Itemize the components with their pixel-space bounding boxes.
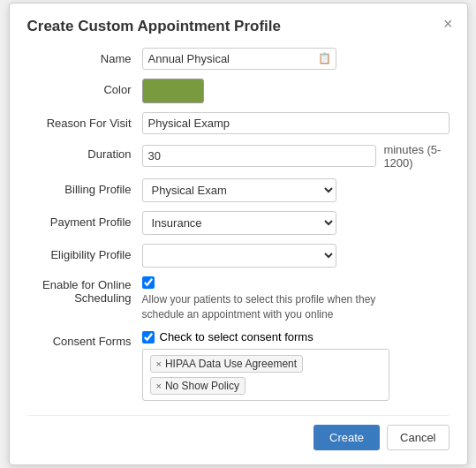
- remove-noshowpolicy-button[interactable]: ×: [156, 381, 162, 391]
- name-label: Name: [27, 48, 142, 65]
- consent-checkbox[interactable]: [142, 331, 155, 343]
- close-button[interactable]: ×: [443, 16, 453, 32]
- color-label: Color: [27, 79, 142, 96]
- billing-label: Billing Profile: [27, 178, 142, 196]
- eligibility-row: Eligibility Profile Option 1 Option 2: [27, 244, 450, 268]
- remove-hipaa-button[interactable]: ×: [156, 359, 162, 369]
- payment-row: Payment Profile Insurance Self-Pay Medic…: [27, 211, 450, 235]
- name-input-container: 📋: [142, 48, 336, 70]
- consent-tag-noshowpolicy-label: No Show Policy: [165, 380, 239, 392]
- billing-select[interactable]: Physical Exam General Specialist: [142, 178, 336, 202]
- consent-tag-noshowpolicy: × No Show Policy: [150, 377, 246, 395]
- eligibility-label: Eligibility Profile: [27, 244, 142, 261]
- scheduling-checkbox[interactable]: [142, 276, 155, 289]
- billing-field-wrapper: Physical Exam General Specialist: [142, 178, 450, 202]
- color-swatch[interactable]: [142, 79, 204, 103]
- calendar-icon: 📋: [318, 52, 331, 64]
- dialog-footer: Create Cancel: [27, 415, 450, 450]
- dialog-title: Create Custom Appointment Profile: [27, 18, 450, 35]
- payment-label: Payment Profile: [27, 211, 142, 229]
- name-input[interactable]: [142, 48, 336, 70]
- scheduling-field-wrapper: Allow your patients to select this profi…: [142, 276, 450, 322]
- duration-container: minutes (5-1200): [142, 143, 450, 170]
- eligibility-field-wrapper: Option 1 Option 2: [142, 244, 450, 268]
- payment-select[interactable]: Insurance Self-Pay Medicare: [142, 211, 336, 235]
- consent-field-wrapper: Check to select consent forms × HIPAA Da…: [142, 330, 450, 401]
- color-row: Color: [27, 79, 450, 103]
- payment-field-wrapper: Insurance Self-Pay Medicare: [142, 211, 450, 235]
- scheduling-help-text: Allow your patients to select this profi…: [142, 292, 407, 322]
- consent-checkbox-label: Check to select consent forms: [160, 330, 314, 343]
- reason-label: Reason For Visit: [27, 112, 142, 130]
- consent-content: Check to select consent forms × HIPAA Da…: [142, 330, 450, 401]
- consent-forms-box: × HIPAA Data Use Agreement × No Show Pol…: [142, 349, 389, 401]
- color-field-wrapper: [142, 79, 450, 103]
- reason-row: Reason For Visit: [27, 112, 450, 134]
- consent-row: Consent Forms Check to select consent fo…: [27, 330, 450, 401]
- eligibility-select[interactable]: Option 1 Option 2: [142, 244, 336, 268]
- duration-hint: minutes (5-1200): [383, 143, 449, 170]
- duration-input[interactable]: [142, 145, 377, 167]
- consent-label: Consent Forms: [27, 330, 142, 348]
- cancel-button[interactable]: Cancel: [387, 425, 449, 450]
- create-appointment-dialog: Create Custom Appointment Profile × Name…: [9, 3, 468, 466]
- consent-checkbox-row: Check to select consent forms: [142, 330, 450, 343]
- reason-field-wrapper: [142, 112, 450, 134]
- reason-input[interactable]: [142, 112, 450, 134]
- duration-label: Duration: [27, 143, 142, 161]
- create-button[interactable]: Create: [314, 425, 380, 450]
- duration-row: Duration minutes (5-1200): [27, 143, 450, 170]
- duration-field-wrapper: minutes (5-1200): [142, 143, 450, 170]
- scheduling-content: Allow your patients to select this profi…: [142, 276, 450, 322]
- consent-tag-hipaa-label: HIPAA Data Use Agreement: [165, 358, 297, 370]
- consent-tag-hipaa: × HIPAA Data Use Agreement: [150, 355, 304, 373]
- billing-row: Billing Profile Physical Exam General Sp…: [27, 178, 450, 202]
- name-field-wrapper: 📋: [142, 48, 450, 70]
- scheduling-label: Enable for OnlineScheduling: [27, 276, 142, 305]
- scheduling-row: Enable for OnlineScheduling Allow your p…: [27, 276, 450, 322]
- name-row: Name 📋: [27, 48, 450, 70]
